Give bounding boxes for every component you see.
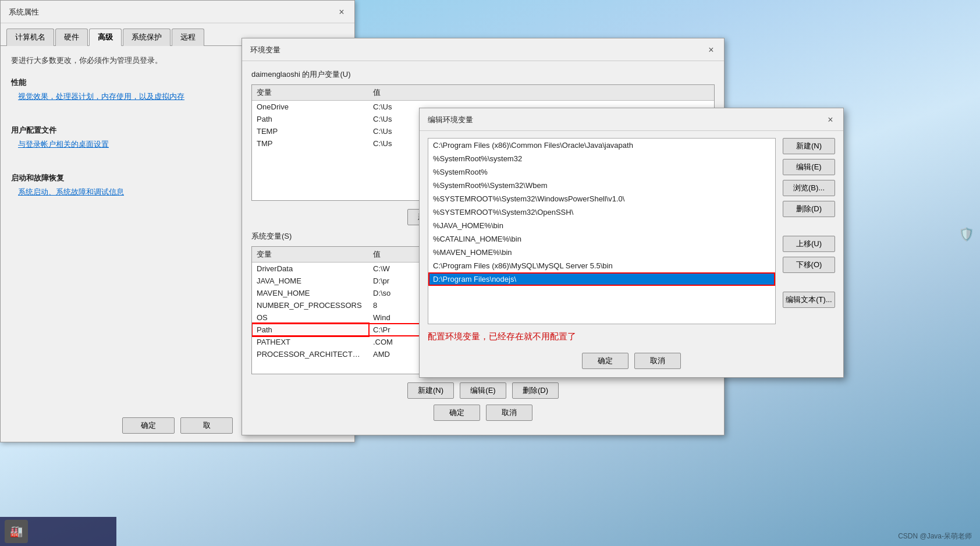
sys-ok-button[interactable]: 确定 bbox=[122, 417, 175, 434]
edit-env-list-item[interactable]: C:\Program Files (x86)\Common Files\Orac… bbox=[428, 139, 775, 152]
user-var-name: OneDrive bbox=[252, 101, 368, 114]
env-cancel-button[interactable]: 取消 bbox=[486, 405, 532, 421]
edit-env-list-item[interactable]: %SystemRoot% bbox=[428, 165, 775, 179]
user-table-header-val: 值 bbox=[368, 85, 714, 101]
sys-var-name: PROCESSOR_ARCHITECTURE bbox=[252, 348, 368, 360]
edit-env-sidebar: 新建(N) 编辑(E) 浏览(B)... 删除(D) 上移(U) 下移(O) 编… bbox=[783, 138, 835, 324]
edit-env-list-item[interactable]: C:\Program Files (x86)\MySQL\MySQL Serve… bbox=[428, 259, 775, 272]
sys-delete-button[interactable]: 删除(D) bbox=[512, 382, 559, 399]
edit-env-close-button[interactable]: × bbox=[823, 113, 837, 127]
user-vars-label: daimenglaoshi 的用户变量(U) bbox=[251, 69, 715, 80]
user-var-name: Path bbox=[252, 113, 368, 125]
shield-icon: 🛡️ bbox=[958, 227, 974, 242]
startup-settings-link[interactable]: 系统启动、系统故障和调试信息 bbox=[18, 187, 124, 197]
sys-props-close-button[interactable]: × bbox=[335, 5, 349, 19]
performance-settings-link[interactable]: 视觉效果，处理器计划，内存使用，以及虚拟内存 bbox=[18, 91, 184, 102]
env-vars-titlebar: 环境变量 × bbox=[242, 38, 724, 61]
sys-new-button[interactable]: 新建(N) bbox=[407, 382, 454, 399]
tab-computer-name[interactable]: 计算机名 bbox=[6, 29, 54, 46]
edit-browse-button[interactable]: 浏览(B)... bbox=[783, 180, 835, 196]
taskbar-icon[interactable]: 🏭 bbox=[5, 520, 28, 543]
env-vars-title: 环境变量 bbox=[250, 45, 280, 55]
edit-env-list-item[interactable]: %MAVEN_HOME%\bin bbox=[428, 246, 775, 259]
user-var-name: TEMP bbox=[252, 125, 368, 137]
sys-var-name: JAVA_HOME bbox=[252, 275, 368, 287]
env-vars-close-button[interactable]: × bbox=[704, 43, 718, 57]
edit-env-list: C:\Program Files (x86)\Common Files\Orac… bbox=[428, 139, 775, 286]
edit-env-list-item[interactable]: %JAVA_HOME%\bin bbox=[428, 219, 775, 232]
edit-env-list-item[interactable]: %SystemRoot%\System32\Wbem bbox=[428, 179, 775, 192]
sys-edit-button[interactable]: 编辑(E) bbox=[460, 382, 506, 399]
sys-var-name: DriverData bbox=[252, 263, 368, 275]
edit-env-list-item[interactable]: D:\Program Files\nodejs\ bbox=[428, 272, 775, 286]
edit-new-button[interactable]: 新建(N) bbox=[783, 138, 835, 154]
csdn-watermark: CSDN @Java-呆萌老师 bbox=[898, 531, 972, 541]
sys-var-name: MAVEN_HOME bbox=[252, 287, 368, 299]
edit-env-cancel-button[interactable]: 取消 bbox=[634, 353, 681, 369]
sys-var-name: PATHEXT bbox=[252, 336, 368, 348]
env-ok-button[interactable]: 确定 bbox=[434, 405, 480, 421]
edit-edit-text-button[interactable]: 编辑文本(T)... bbox=[783, 292, 835, 308]
annotation-text: 配置环境变量，已经存在就不用配置了 bbox=[428, 331, 576, 341]
tab-system-protection[interactable]: 系统保护 bbox=[123, 29, 171, 46]
edit-env-window: 编辑环境变量 × C:\Program Files (x86)\Common F… bbox=[419, 108, 844, 378]
edit-env-list-item[interactable]: %CATALINA_HOME%\bin bbox=[428, 232, 775, 246]
edit-env-list-wrapper[interactable]: C:\Program Files (x86)\Common Files\Orac… bbox=[428, 138, 776, 324]
sys-vars-buttons: 新建(N) 编辑(E) 删除(D) bbox=[251, 379, 715, 405]
edit-env-titlebar: 编辑环境变量 × bbox=[420, 108, 843, 131]
sys-var-name: NUMBER_OF_PROCESSORS bbox=[252, 299, 368, 311]
tab-remote[interactable]: 远程 bbox=[172, 29, 204, 46]
edit-env-body: C:\Program Files (x86)\Common Files\Orac… bbox=[420, 131, 843, 331]
sys-var-name: Path bbox=[252, 324, 368, 336]
sys-props-titlebar: 系统属性 × bbox=[1, 1, 354, 23]
edit-env-title: 编辑环境变量 bbox=[428, 115, 473, 125]
sys-var-name: OS bbox=[252, 311, 368, 324]
edit-delete-button[interactable]: 删除(D) bbox=[783, 201, 835, 217]
sys-table-header-var: 变量 bbox=[252, 247, 368, 263]
sys-props-title: 系统属性 bbox=[9, 7, 39, 17]
tab-advanced[interactable]: 高级 bbox=[89, 29, 122, 46]
user-profiles-settings-link[interactable]: 与登录帐户相关的桌面设置 bbox=[18, 139, 109, 150]
user-var-name: TMP bbox=[252, 137, 368, 150]
tab-hardware[interactable]: 硬件 bbox=[55, 29, 88, 46]
edit-env-list-item[interactable]: %SystemRoot%\system32 bbox=[428, 152, 775, 165]
taskbar: 🏭 bbox=[0, 517, 116, 546]
edit-edit-button[interactable]: 编辑(E) bbox=[783, 159, 835, 175]
sys-cancel-button[interactable]: 取 bbox=[180, 417, 233, 434]
edit-env-footer: 确定 取消 bbox=[420, 348, 843, 377]
user-table-header-var: 变量 bbox=[252, 85, 368, 101]
edit-env-ok-button[interactable]: 确定 bbox=[582, 353, 629, 369]
taskbar-icon-char: 🏭 bbox=[10, 525, 23, 538]
edit-env-list-item[interactable]: %SYSTEMROOT%\System32\WindowsPowerShell\… bbox=[428, 192, 775, 205]
edit-env-list-item[interactable]: %SYSTEMROOT%\System32\OpenSSH\ bbox=[428, 205, 775, 219]
edit-move-up-button[interactable]: 上移(U) bbox=[783, 236, 835, 252]
edit-move-down-button[interactable]: 下移(O) bbox=[783, 257, 835, 273]
